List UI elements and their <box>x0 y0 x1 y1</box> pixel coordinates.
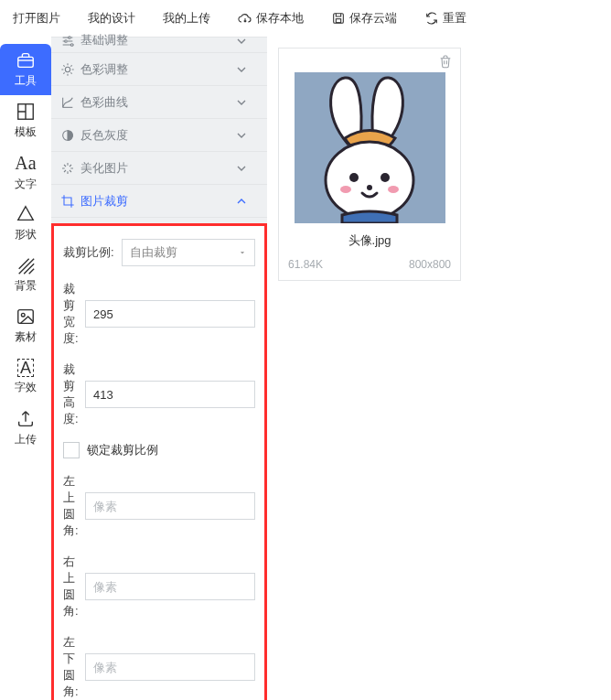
svg-point-16 <box>388 186 399 193</box>
crop-ratio-row: 裁剪比例: 自由裁剪 <box>63 239 255 266</box>
lock-ratio-checkbox[interactable] <box>63 442 80 458</box>
rail-tools[interactable]: 工具 <box>0 44 51 95</box>
corner-tl-label: 左上圆角: <box>63 473 80 539</box>
acc-beautify[interactable]: 美化图片 <box>51 152 267 185</box>
rail-background[interactable]: 背景 <box>0 249 51 300</box>
acc-crop-label: 图片裁剪 <box>80 193 128 210</box>
chevron-up-icon <box>234 194 249 209</box>
acc-invert-gray[interactable]: 反色灰度 <box>51 119 267 152</box>
corner-tl-row: 左上圆角: <box>63 473 255 539</box>
template-icon <box>16 102 36 122</box>
menu-save-cloud-label: 保存云端 <box>349 10 397 27</box>
tool-panel: 基础调整 色彩调整 色彩曲线 反色灰度 美化图片 图片裁剪 <box>51 37 267 700</box>
save-cloud-icon <box>331 11 346 26</box>
rail-shape[interactable]: 形状 <box>0 198 51 249</box>
sliders-icon <box>60 34 75 48</box>
acc-crop[interactable]: 图片裁剪 <box>51 185 267 218</box>
svg-rect-2 <box>18 57 34 67</box>
side-rail: 工具 模板 Aa 文字 形状 背景 素材 A 字效 上传 <box>0 37 51 700</box>
rail-shape-label: 形状 <box>15 227 37 242</box>
rail-text-label: 文字 <box>15 177 37 192</box>
svg-point-15 <box>340 186 351 193</box>
crop-form: 裁剪比例: 自由裁剪 裁剪宽度: 裁剪高度: 锁定裁剪比例 左上圆角: <box>51 223 267 700</box>
lock-ratio-row: 锁定裁剪比例 <box>63 442 255 458</box>
text-effect-icon: A <box>17 359 34 377</box>
canvas-area: 头像.jpg 61.84K 800x800 <box>267 37 611 700</box>
lock-ratio-label: 锁定裁剪比例 <box>87 442 158 458</box>
rail-text[interactable]: Aa 文字 <box>0 146 51 198</box>
image-thumbnail[interactable] <box>295 72 445 223</box>
svg-point-13 <box>381 173 390 182</box>
image-card: 头像.jpg 61.84K 800x800 <box>278 48 461 281</box>
rail-template-label: 模板 <box>15 124 37 140</box>
crop-ratio-value: 自由裁剪 <box>130 244 177 261</box>
corner-tr-row: 右上圆角: <box>63 554 255 619</box>
reset-icon <box>424 11 439 26</box>
menu-reset[interactable]: 重置 <box>424 10 466 27</box>
rail-tools-label: 工具 <box>15 73 37 89</box>
menu-open-image[interactable]: 打开图片 <box>13 10 60 27</box>
menu-save-cloud[interactable]: 保存云端 <box>331 10 397 27</box>
corner-bl-input[interactable] <box>85 653 255 681</box>
upload-icon <box>16 409 36 429</box>
menu-save-local[interactable]: 保存本地 <box>238 10 304 27</box>
main-layout: 工具 模板 Aa 文字 形状 背景 素材 A 字效 上传 <box>0 37 611 700</box>
acc-color-curve-label: 色彩曲线 <box>80 94 128 111</box>
svg-rect-4 <box>18 310 34 324</box>
toolbox-icon <box>16 50 36 70</box>
chevron-down-icon <box>234 161 249 176</box>
acc-basic-adjust[interactable]: 基础调整 <box>51 37 267 53</box>
corner-tr-label: 右上圆角: <box>63 554 80 619</box>
acc-color-adjust[interactable]: 色彩调整 <box>51 53 267 86</box>
svg-point-6 <box>69 37 71 39</box>
image-dimensions: 800x800 <box>409 258 451 271</box>
crop-height-label: 裁剪高度: <box>63 361 80 427</box>
avatar-illustration <box>295 72 445 223</box>
chevron-down-icon <box>234 95 249 110</box>
chevron-down-icon <box>234 34 249 48</box>
invert-icon <box>60 128 75 143</box>
crop-height-row: 裁剪高度: <box>63 361 255 427</box>
rail-material-label: 素材 <box>15 329 37 345</box>
crop-ratio-label: 裁剪比例: <box>63 244 116 261</box>
menu-my-upload[interactable]: 我的上传 <box>163 10 210 27</box>
rail-upload-label: 上传 <box>15 432 37 447</box>
rail-material[interactable]: 素材 <box>0 300 51 351</box>
palette-icon <box>60 62 75 77</box>
svg-point-9 <box>65 67 70 71</box>
crop-width-label: 裁剪宽度: <box>63 281 80 347</box>
corner-tr-input[interactable] <box>85 573 255 600</box>
cloud-download-icon <box>238 11 252 26</box>
crop-width-input[interactable] <box>85 300 255 328</box>
chevron-down-icon <box>234 128 249 143</box>
rail-upload[interactable]: 上传 <box>0 403 51 454</box>
shape-icon <box>16 204 36 224</box>
svg-rect-0 <box>334 14 344 24</box>
rail-template[interactable]: 模板 <box>0 95 51 146</box>
rail-text-effect-label: 字效 <box>15 380 37 395</box>
chevron-down-icon <box>234 62 249 77</box>
svg-point-14 <box>367 185 372 190</box>
trash-icon[interactable] <box>438 54 453 69</box>
svg-point-5 <box>21 313 25 317</box>
rail-text-effect[interactable]: A 字效 <box>0 351 51 403</box>
acc-color-curve[interactable]: 色彩曲线 <box>51 86 267 119</box>
menu-reset-label: 重置 <box>443 10 466 27</box>
image-icon <box>16 307 36 327</box>
menu-my-design[interactable]: 我的设计 <box>88 10 135 27</box>
corner-bl-row: 左下圆角: <box>63 634 255 700</box>
crop-height-input[interactable] <box>85 381 255 408</box>
rail-background-label: 背景 <box>15 278 37 294</box>
corner-bl-label: 左下圆角: <box>63 634 80 700</box>
svg-rect-1 <box>336 19 340 23</box>
crop-ratio-select[interactable]: 自由裁剪 <box>122 239 255 266</box>
image-filename: 头像.jpg <box>279 232 460 249</box>
corner-tl-input[interactable] <box>85 492 255 520</box>
acc-beautify-label: 美化图片 <box>80 160 128 177</box>
acc-color-adjust-label: 色彩调整 <box>80 61 128 78</box>
acc-basic-label: 基础调整 <box>80 32 128 48</box>
image-card-actions <box>279 48 460 69</box>
svg-point-7 <box>65 40 68 43</box>
acc-invert-gray-label: 反色灰度 <box>80 127 128 144</box>
caret-down-icon <box>238 248 247 257</box>
